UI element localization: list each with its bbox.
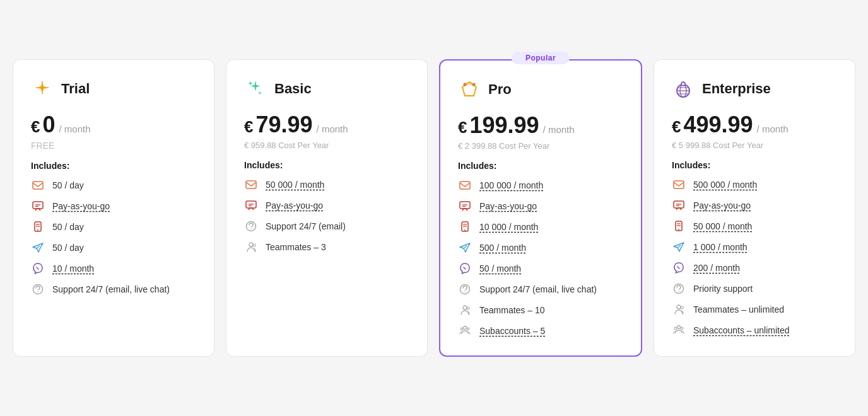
- plan-card-basic: Basic € 79.99 / month € 959.88 Cost Per …: [226, 59, 428, 357]
- svg-point-1: [42, 93, 43, 94]
- svg-point-44: [467, 328, 469, 330]
- feature-text-trial-1: Pay-as-you-go: [52, 201, 110, 211]
- feature-item-basic-2: Support 24/7 (email): [244, 219, 409, 233]
- svg-point-0: [42, 81, 43, 83]
- feature-icon-push-2: [458, 220, 472, 234]
- svg-point-65: [674, 327, 677, 330]
- feature-icon-sms-1: [31, 199, 45, 213]
- feature-icon-team-6: [458, 303, 472, 317]
- plan-currency-pro: €: [458, 118, 467, 137]
- feature-text-basic-1: Pay-as-you-go: [266, 200, 323, 211]
- plan-price-pro: 199.99: [469, 112, 539, 139]
- feature-icon-telegram-3: [31, 241, 45, 255]
- svg-point-40: [463, 306, 467, 309]
- svg-point-39: [464, 291, 466, 292]
- feature-text-enterprise-3: 1 000 / month: [693, 242, 748, 252]
- plan-card-trial: Trial € 0 / month FREEIncludes: 50 / day…: [13, 59, 214, 357]
- plan-cost-year-enterprise: € 5 999.88 Cost Per Year: [672, 141, 837, 150]
- svg-point-3: [47, 87, 49, 88]
- svg-point-63: [681, 306, 683, 309]
- pricing-container: Trial € 0 / month FREEIncludes: 50 / day…: [13, 59, 855, 357]
- includes-label-basic: Includes:: [244, 160, 409, 170]
- plan-cost-year-basic: € 959.88 Cost Per Year: [244, 141, 409, 150]
- feature-icon-support-2: [244, 219, 258, 233]
- feature-text-trial-2: 50 / day: [52, 222, 84, 232]
- plan-icon-pro: [458, 78, 481, 101]
- popular-badge: Popular: [512, 52, 570, 64]
- feature-icon-sms-1: [244, 199, 258, 212]
- feature-item-trial-2: 50 / day: [31, 220, 196, 234]
- feature-icon-subaccount-7: [458, 324, 472, 338]
- plan-card-pro: Popular Pro € 199.99 / month € 2 399.88 …: [439, 59, 642, 357]
- includes-label-pro: Includes:: [458, 161, 623, 171]
- plan-currency-enterprise: €: [672, 117, 681, 137]
- feature-list-basic: 50 000 / month Pay-as-you-go Support 24/…: [244, 178, 409, 254]
- svg-point-61: [678, 291, 679, 292]
- feature-item-pro-6: Teammates – 10: [458, 303, 623, 317]
- feature-icon-team-6: [672, 303, 686, 316]
- feature-text-enterprise-4: 200 / month: [693, 263, 740, 273]
- feature-text-enterprise-7: Subaccounts – unlimited: [693, 325, 790, 335]
- feature-icon-email-0: [244, 178, 258, 192]
- feature-icon-support-5: [458, 282, 472, 296]
- feature-item-trial-1: Pay-as-you-go: [31, 199, 196, 213]
- feature-icon-email-0: [672, 178, 686, 192]
- plan-per-month-enterprise: / month: [757, 124, 789, 134]
- plan-name-trial: Trial: [61, 81, 90, 97]
- svg-line-59: [677, 245, 681, 248]
- svg-point-21: [249, 243, 253, 246]
- feature-item-trial-3: 50 / day: [31, 241, 196, 255]
- feature-text-enterprise-2: 50 000 / month: [693, 221, 752, 231]
- feature-icon-email-0: [31, 178, 45, 192]
- feature-item-enterprise-1: Pay-as-you-go: [672, 199, 837, 212]
- includes-label-enterprise: Includes:: [672, 160, 837, 170]
- feature-icon-push-2: [672, 219, 686, 233]
- svg-rect-51: [674, 181, 684, 188]
- svg-point-43: [460, 328, 463, 330]
- plan-header-basic: Basic: [244, 78, 409, 100]
- feature-text-enterprise-5: Priority support: [693, 284, 753, 294]
- svg-point-20: [250, 228, 252, 229]
- plan-card-enterprise: Enterprise € 499.99 / month € 5 999.88 C…: [654, 59, 855, 357]
- plan-icon-enterprise: [672, 78, 695, 100]
- plan-per-month-basic: / month: [317, 124, 348, 134]
- feature-text-basic-2: Support 24/7 (email): [266, 221, 346, 231]
- feature-icon-viber-4: [458, 262, 472, 275]
- feature-item-enterprise-7: Subaccounts – unlimited: [672, 323, 837, 337]
- svg-point-22: [253, 244, 255, 246]
- feature-item-pro-3: 500 / month: [458, 241, 623, 255]
- plan-name-pro: Pro: [488, 81, 512, 98]
- svg-point-14: [37, 291, 38, 292]
- svg-point-41: [467, 307, 469, 309]
- plan-name-enterprise: Enterprise: [702, 81, 771, 97]
- feature-item-trial-4: 10 / month: [31, 262, 196, 275]
- feature-item-trial-0: 50 / day: [31, 178, 196, 192]
- feature-text-trial-5: Support 24/7 (email, live chat): [52, 284, 170, 294]
- svg-point-34: [464, 229, 466, 231]
- plan-cost-year-pro: € 2 399.88 Cost Per Year: [458, 141, 623, 151]
- feature-icon-sms-1: [672, 199, 686, 212]
- feature-icon-sms-1: [458, 199, 472, 213]
- feature-text-pro-0: 100 000 / month: [479, 180, 543, 190]
- feature-text-pro-5: Support 24/7 (email, live chat): [479, 284, 597, 294]
- feature-item-enterprise-2: 50 000 / month: [672, 219, 837, 233]
- feature-item-basic-3: Teammates – 3: [244, 240, 409, 254]
- feature-icon-subaccount-7: [672, 323, 686, 337]
- feature-text-pro-1: Pay-as-you-go: [479, 201, 537, 211]
- feature-text-trial-0: 50 / day: [52, 180, 84, 190]
- feature-list-trial: 50 / day Pay-as-you-go 50 / day 50: [31, 178, 196, 296]
- feature-text-enterprise-6: Teammates – unlimited: [693, 304, 784, 315]
- feature-list-pro: 100 000 / month Pay-as-you-go 10 000 / m…: [458, 178, 623, 338]
- plan-free-label: FREE: [31, 141, 196, 151]
- feature-item-pro-1: Pay-as-you-go: [458, 199, 623, 213]
- svg-rect-29: [460, 182, 470, 189]
- feature-item-enterprise-4: 200 / month: [672, 261, 837, 275]
- plan-currency-basic: €: [244, 117, 253, 137]
- feature-item-trial-5: Support 24/7 (email, live chat): [31, 282, 196, 296]
- feature-text-enterprise-1: Pay-as-you-go: [693, 200, 751, 211]
- plan-icon-trial: [31, 78, 54, 100]
- feature-text-pro-7: Subaccounts – 5: [479, 326, 545, 336]
- plan-per-month-trial: / month: [59, 124, 91, 134]
- plan-price-row-basic: € 79.99 / month: [244, 112, 409, 138]
- feature-text-trial-3: 50 / day: [52, 243, 84, 253]
